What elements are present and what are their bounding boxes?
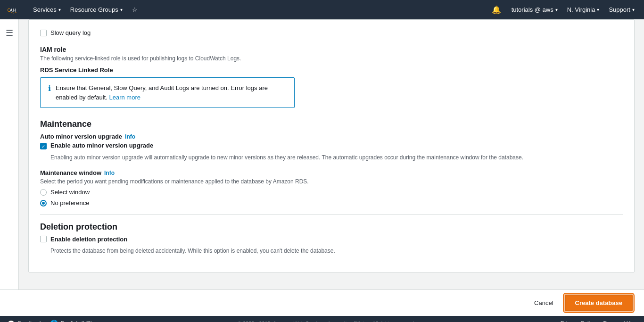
- aws-logo: [5, 4, 23, 16]
- sidebar-menu-icon[interactable]: ☰: [6, 24, 13, 42]
- chat-icon: 💬: [8, 320, 15, 322]
- resource-groups-label: Resource Groups: [70, 6, 118, 13]
- region-chevron: ▾: [597, 7, 599, 12]
- page-footer: 💬 Feedback 🌐 English (US) © 2008 - 2019,…: [0, 316, 644, 322]
- select-window-label: Select window: [50, 189, 90, 196]
- iam-role-desc: The following service-linked role is use…: [40, 55, 623, 62]
- support-chevron: ▾: [632, 7, 635, 12]
- deletion-protection-section: Deletion protection Enable deletion prot…: [40, 222, 623, 255]
- no-preference-radio[interactable]: [40, 200, 47, 206]
- enable-deletion-row: Enable deletion protection: [40, 236, 623, 243]
- resource-groups-nav[interactable]: Resource Groups ▾: [66, 0, 127, 19]
- support-label: Support: [609, 6, 630, 13]
- maintenance-title: Maintenance: [40, 119, 623, 129]
- cancel-button[interactable]: Cancel: [528, 297, 559, 309]
- sidebar: ☰: [0, 19, 19, 289]
- services-chevron: ▾: [58, 7, 61, 12]
- no-preference-label: No preference: [50, 199, 89, 206]
- maintenance-window-label: Maintenance window: [40, 169, 101, 176]
- enable-deletion-checkbox[interactable]: [40, 236, 47, 242]
- slow-query-checkbox[interactable]: [40, 30, 47, 36]
- info-box-text: Ensure that General, Slow Query, and Aud…: [56, 83, 287, 102]
- info-circle-icon: ℹ: [48, 84, 51, 93]
- create-database-button[interactable]: Create database: [565, 295, 633, 311]
- maintenance-window-desc: Select the period you want pending modif…: [40, 178, 623, 185]
- resource-groups-chevron: ▾: [120, 7, 123, 12]
- maintenance-section: Maintenance Auto minor version upgrade I…: [40, 119, 623, 206]
- feedback-button[interactable]: 💬 Feedback: [8, 320, 42, 322]
- form-card: Slow query log IAM role The following se…: [28, 19, 635, 272]
- no-preference-row: No preference: [40, 199, 623, 206]
- account-chevron: ▾: [555, 7, 558, 12]
- deletion-protection-title: Deletion protection: [40, 222, 623, 232]
- enable-auto-minor-desc: Enabling auto minor version upgrade will…: [50, 153, 623, 162]
- maintenance-window-label-row: Maintenance window Info: [40, 169, 623, 176]
- enable-auto-minor-checkbox[interactable]: ✓: [40, 143, 47, 149]
- iam-role-section: IAM role The following service-linked ro…: [40, 46, 623, 108]
- region-nav[interactable]: N. Virginia ▾: [562, 0, 604, 19]
- top-navigation: Services ▾ Resource Groups ▾ ☆ 🔔 tutoria…: [0, 0, 644, 19]
- globe-icon: 🌐: [50, 320, 58, 322]
- auto-minor-info-badge[interactable]: Info: [125, 133, 135, 140]
- separator-1: [40, 214, 623, 215]
- region-label: N. Virginia: [567, 6, 595, 13]
- terms-of-use-link[interactable]: Terms of Use: [603, 320, 636, 322]
- enable-auto-minor-row: ✓ Enable auto minor version upgrade: [40, 142, 623, 149]
- main-content: Slow query log IAM role The following se…: [19, 19, 644, 289]
- info-text-content: Ensure that General, Slow Query, and Aud…: [56, 84, 268, 101]
- auto-minor-label-row: Auto minor version upgrade Info: [40, 133, 623, 140]
- language-label: English (US): [61, 320, 92, 322]
- enable-auto-minor-label: Enable auto minor version upgrade: [50, 142, 153, 149]
- feedback-label: Feedback: [17, 320, 42, 322]
- services-label: Services: [33, 6, 57, 13]
- privacy-policy-link[interactable]: Privacy Policy: [561, 320, 596, 322]
- language-selector[interactable]: 🌐 English (US): [50, 320, 92, 322]
- slow-query-label: Slow query log: [50, 29, 91, 36]
- bookmark-icon: ☆: [132, 6, 138, 13]
- bell-icon[interactable]: 🔔: [486, 5, 507, 14]
- account-nav[interactable]: tutorials @ aws ▾: [507, 0, 562, 19]
- select-window-radio[interactable]: [40, 189, 47, 196]
- rds-role-label: RDS Service Linked Role: [40, 66, 623, 74]
- enable-deletion-label: Enable deletion protection: [50, 236, 127, 243]
- maintenance-window-info-badge[interactable]: Info: [104, 170, 115, 176]
- bookmark-nav[interactable]: ☆: [127, 0, 142, 19]
- iam-role-title: IAM role: [40, 46, 623, 53]
- enable-deletion-desc: Protects the database from being deleted…: [50, 247, 623, 255]
- auto-minor-label: Auto minor version upgrade: [40, 133, 122, 140]
- info-box: ℹ Ensure that General, Slow Query, and A…: [40, 77, 295, 108]
- services-nav[interactable]: Services ▾: [28, 0, 66, 19]
- account-label: tutorials @ aws: [512, 6, 553, 13]
- support-nav[interactable]: Support ▾: [604, 0, 639, 19]
- slow-query-row: Slow query log: [40, 29, 623, 36]
- action-bar: Cancel Create database: [0, 289, 644, 316]
- learn-more-link[interactable]: Learn more: [109, 94, 140, 101]
- select-window-row: Select window: [40, 189, 623, 196]
